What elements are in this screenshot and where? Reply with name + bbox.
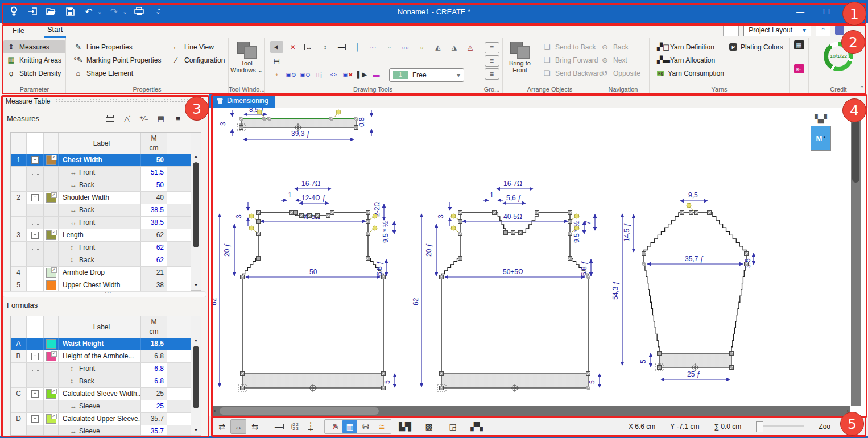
formulas-scrollbar[interactable]: ⌃ ⌄ (191, 316, 201, 435)
marking-point-properties-button[interactable]: °✎Marking Point Properties (71, 53, 164, 67)
remove-points-tool[interactable]: ▣✕ (341, 69, 354, 81)
color-swatch[interactable] (46, 280, 56, 290)
grab-handle[interactable] (316, 214, 320, 218)
distribute-horizontal-tool[interactable]: ▫∷▫ (327, 69, 340, 81)
grab-handle[interactable] (257, 211, 261, 215)
pattern-toggle[interactable]: ▩ (421, 420, 436, 433)
grab-handle[interactable] (239, 126, 243, 130)
dimension-delta-toggle[interactable]: ⇆ (247, 420, 262, 433)
grab-handle[interactable] (586, 372, 590, 376)
collapse-icon[interactable]: − (31, 194, 39, 201)
mirror-delete-tool[interactable]: ◬ (464, 41, 477, 53)
grab-handle[interactable] (308, 214, 312, 218)
delete-tool[interactable]: ✕ (286, 41, 299, 53)
grab-handle[interactable] (241, 386, 245, 390)
table-row[interactable]: ↔Front51.5 (11, 167, 191, 179)
grab-handle[interactable] (354, 117, 358, 121)
show-marks-toggle[interactable]: ≅ (374, 420, 389, 433)
measures-scrollbar[interactable]: ⌃ ⌄ (191, 133, 201, 290)
selection-tool[interactable]: ➤ (270, 41, 283, 53)
yarn-view-toggle[interactable]: ▞▚ (469, 420, 484, 433)
minimize-button[interactable]: — (787, 3, 813, 20)
bring-forward-button[interactable]: ❏Bring Forward (539, 53, 597, 67)
color-swatch[interactable]: ✓ (46, 389, 56, 399)
format-painter-tool[interactable]: ⬩ (270, 69, 283, 81)
grid-toggle[interactable]: ▙▜ (398, 420, 412, 433)
horizontal-scroll-thumb[interactable] (220, 407, 379, 415)
table-row[interactable]: ↔Back38.5 (11, 204, 191, 217)
grab-handle[interactable] (658, 352, 662, 356)
row-counts-toggle[interactable]: {2-22-3 (287, 420, 302, 433)
circle-tool[interactable]: ○ (415, 42, 428, 53)
image-toggle[interactable]: ◲ (445, 420, 460, 433)
marking-pin[interactable] (451, 214, 456, 218)
table-row[interactable]: C−✓Calculated Sleeve Width...25 (11, 388, 191, 400)
point-pair-tool[interactable]: ▫▫ (367, 41, 380, 53)
import-icon[interactable] (26, 5, 39, 18)
table-row[interactable]: AWaist Height18.5 (11, 338, 191, 350)
vertical-scroll-thumb[interactable] (852, 120, 859, 183)
marking-pin[interactable] (687, 203, 691, 208)
dimension-table-tool[interactable]: ▤ (270, 55, 283, 67)
color-swatch[interactable]: ✓ (46, 268, 56, 278)
table-row[interactable]: ↔Sleeve25 (11, 400, 191, 413)
tab-file[interactable]: File (9, 23, 28, 38)
table-row[interactable]: ↔Front38.5 (11, 217, 191, 229)
scroll-down-icon[interactable]: ⌄ (191, 425, 201, 432)
redo-button[interactable]: ↷ (107, 5, 121, 18)
show-dimensions-toggle[interactable]: ▦ (342, 420, 357, 433)
collapse-icon[interactable]: − (31, 390, 39, 398)
grab-handle[interactable] (257, 220, 261, 224)
grab-handle[interactable] (695, 211, 698, 215)
grab-handle[interactable] (708, 211, 712, 215)
point-tool[interactable]: ▫ (383, 41, 396, 53)
back-panel-shape[interactable]: 16-7Ω 1 12-4Ω ƒ 40-5Ω 3 20 ƒ 62 2-2Ω 9,5… (212, 180, 395, 392)
table-row[interactable]: D−✓Calculated Upper Sleeve...35.7 (11, 413, 191, 425)
table-row[interactable]: 1−✓Chest Width50 (11, 154, 191, 167)
nav-opposite-button[interactable]: ↺Opposite (597, 67, 649, 80)
scroll-down-icon[interactable]: ⌄ (191, 280, 201, 287)
grab-handle[interactable] (366, 257, 370, 261)
grab-handle[interactable] (511, 231, 515, 235)
stitch-density-button[interactable]: ϙStitch Density (3, 67, 65, 80)
scroll-up-icon[interactable]: ⌃ (191, 155, 201, 162)
grab-handle[interactable] (568, 257, 572, 261)
layout-switcher-icon[interactable]: ▚▞ (815, 114, 827, 123)
yarn-allocation-button[interactable]: ▞▬Yarn Allocation (654, 53, 727, 67)
grab-handle[interactable] (239, 117, 243, 121)
save-button[interactable] (63, 5, 77, 18)
grab-handle[interactable] (294, 211, 298, 215)
show-garment-table-toggle[interactable]: ⛁ (358, 420, 373, 433)
color-swatch[interactable]: ✓ (46, 193, 56, 203)
drawing-surface[interactable]: 8,5 ƒ 3 0,8 39,3 ƒ (209, 108, 868, 406)
table-row[interactable]: ↕Back6.8 (11, 375, 191, 388)
grab-handle[interactable] (326, 214, 330, 218)
grab-handle[interactable] (290, 211, 294, 215)
grab-handle[interactable] (366, 220, 370, 224)
neckband-shape[interactable]: 8,5 ƒ 3 0,8 39,3 ƒ (219, 108, 371, 139)
dimension-horizontal-toggle[interactable]: ↔ (230, 419, 246, 434)
grab-handle[interactable] (568, 211, 572, 215)
grab-handle[interactable] (440, 386, 444, 390)
grab-handle[interactable] (458, 211, 462, 215)
horizontal-scrollbar[interactable]: ‹ › (213, 406, 850, 416)
zoom-slider[interactable] (756, 425, 804, 427)
marking-pin[interactable] (257, 110, 262, 114)
grab-handle[interactable] (504, 231, 508, 235)
project-layout-select[interactable]: Project Layout▾ (743, 24, 811, 36)
measures-button[interactable]: ⇕Measures (3, 40, 65, 53)
grab-handle[interactable] (257, 232, 261, 236)
marking-pin[interactable] (249, 226, 254, 230)
color-swatch[interactable]: ✓ (46, 230, 56, 240)
table-row[interactable]: 2−✓Shoulder Width40 (11, 192, 191, 204)
vertical-scrollbar[interactable] (851, 108, 861, 406)
grab-handle[interactable] (440, 372, 444, 376)
marking-pin[interactable] (451, 226, 456, 230)
grab-handle[interactable] (586, 386, 590, 390)
vertical-dimension-tool[interactable]: ↕ (319, 42, 332, 53)
table-row[interactable]: B−✓Height of the Armhole...6.8 (11, 350, 191, 363)
plating-colors-button[interactable]: PPlating Colors (726, 40, 786, 53)
marking-pin[interactable] (373, 214, 377, 218)
table-row[interactable]: ↔Back50 (11, 179, 191, 192)
scroll-left-icon[interactable]: ‹ (214, 407, 216, 415)
